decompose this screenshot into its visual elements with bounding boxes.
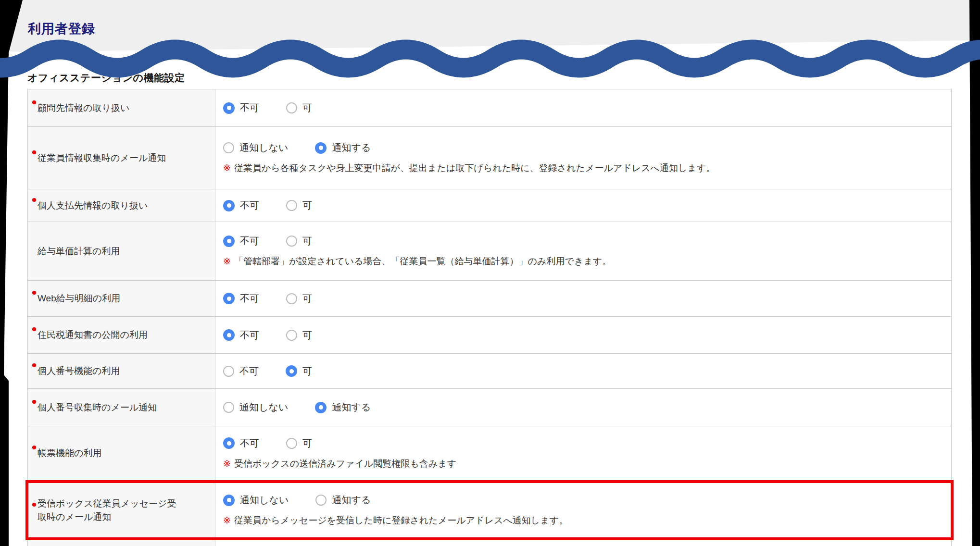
- section-title: オフィスステーションの機能設定: [27, 71, 185, 85]
- radio-option[interactable]: 通知しない: [223, 401, 288, 414]
- table-row: Web給与明細の利用 不可可: [28, 280, 951, 316]
- setting-label: Web給与明細の利用: [38, 292, 120, 305]
- required-dot: [32, 327, 36, 331]
- radio-option[interactable]: 不可: [223, 292, 259, 305]
- radio-group: 不可可: [223, 292, 942, 305]
- radio-unselected-icon[interactable]: [223, 142, 234, 153]
- radio-unselected-icon[interactable]: [286, 438, 297, 449]
- radio-selected-icon[interactable]: [286, 365, 297, 377]
- radio-selected-icon[interactable]: [223, 329, 235, 341]
- setting-label: 個人番号収集時のメール通知: [38, 401, 157, 414]
- required-dot: [32, 100, 36, 104]
- radio-selected-icon[interactable]: [223, 236, 235, 247]
- radio-option[interactable]: 可: [286, 365, 312, 378]
- radio-selected-icon[interactable]: [223, 102, 235, 114]
- note-text: 「管轄部署」が設定されている場合、「従業員一覧（給与単価計算）」のみ利用できます…: [234, 256, 611, 266]
- setting-note: ※「管轄部署」が設定されている場合、「従業員一覧（給与単価計算）」のみ利用できま…: [223, 256, 942, 268]
- radio-option-label[interactable]: 可: [302, 365, 312, 378]
- radio-option-label[interactable]: 可: [302, 235, 312, 248]
- radio-unselected-icon[interactable]: [223, 366, 234, 377]
- setting-value-cell: 不可可 ※受信ボックスの送信済みファイル閲覧権限も含みます: [215, 426, 951, 480]
- radio-option[interactable]: 不可: [223, 199, 259, 212]
- note-asterisk-icon: ※: [223, 256, 231, 266]
- required-dot: [32, 446, 36, 449]
- radio-option-label[interactable]: 通知しない: [239, 401, 288, 414]
- radio-unselected-icon[interactable]: [286, 200, 297, 211]
- setting-label-cell: 給与単価計算の利用: [28, 222, 215, 280]
- setting-note: ※受信ボックスの送信済みファイル閲覧権限も含みます: [223, 458, 942, 470]
- radio-selected-icon[interactable]: [223, 200, 235, 211]
- setting-label-cell: 受信ボックス従業員メッセージ受取時のメール通知: [28, 481, 215, 540]
- radio-unselected-icon[interactable]: [223, 402, 234, 413]
- radio-option[interactable]: 不可: [223, 329, 259, 342]
- radio-option-label[interactable]: 不可: [239, 365, 259, 378]
- radio-option[interactable]: 可: [286, 292, 312, 305]
- radio-option[interactable]: 可: [286, 199, 312, 212]
- radio-option[interactable]: 不可: [223, 235, 259, 248]
- table-row: 個人番号機能の利用 不可可: [28, 353, 951, 388]
- radio-selected-icon[interactable]: [315, 142, 327, 154]
- setting-value-cell: 不可可: [215, 354, 951, 388]
- radio-unselected-icon[interactable]: [286, 293, 297, 304]
- radio-option-label[interactable]: 通知する: [332, 401, 371, 414]
- radio-option-label[interactable]: 不可: [240, 101, 259, 114]
- radio-option[interactable]: 可: [286, 329, 312, 342]
- radio-option-label[interactable]: 不可: [240, 437, 259, 450]
- radio-option-label[interactable]: 可: [302, 437, 312, 450]
- screenshot-canvas: 利用者登録 オフィスステーションの機能設定 顧問先情報の取り扱い 不可可 従業員…: [0, 0, 980, 546]
- radio-option-label[interactable]: 不可: [240, 329, 259, 342]
- radio-option-label[interactable]: 通知しない: [240, 494, 289, 507]
- radio-option-label[interactable]: 可: [302, 292, 312, 305]
- radio-group: 不可可: [223, 199, 942, 212]
- setting-label-cell: 個人番号機能の利用: [28, 354, 215, 388]
- radio-selected-icon[interactable]: [223, 293, 235, 304]
- page-title: 利用者登録: [28, 20, 95, 37]
- radio-option[interactable]: 通知しない: [223, 141, 288, 154]
- radio-selected-icon[interactable]: [223, 495, 235, 506]
- radio-option[interactable]: 通知しない: [223, 494, 289, 507]
- radio-option-label[interactable]: 不可: [240, 292, 259, 305]
- radio-unselected-icon[interactable]: [286, 330, 297, 341]
- radio-option[interactable]: 不可: [223, 101, 259, 114]
- radio-unselected-icon[interactable]: [286, 236, 297, 247]
- radio-selected-icon[interactable]: [223, 437, 235, 449]
- radio-option[interactable]: 通知する: [315, 141, 371, 154]
- setting-label-cell: 住民税通知書の公開の利用: [28, 317, 215, 353]
- setting-value-cell: 不可可: [215, 89, 951, 126]
- radio-group: 通知しない通知する: [223, 494, 942, 507]
- radio-option-label[interactable]: 不可: [240, 235, 259, 248]
- setting-label-cell: 個人支払先情報の取り扱い: [28, 189, 215, 222]
- radio-option[interactable]: 可: [286, 101, 312, 114]
- page-header: [0, 0, 980, 54]
- setting-value-cell: [215, 540, 951, 546]
- radio-option-label[interactable]: 可: [302, 101, 312, 114]
- note-text: 従業員からメッセージを受信した時に登録されたメールアドレスへ通知します。: [234, 515, 568, 525]
- setting-label: 顧問先情報の取り扱い: [38, 101, 129, 115]
- radio-option[interactable]: 不可: [223, 365, 259, 378]
- radio-group: 通知しない通知する: [223, 401, 942, 414]
- radio-option[interactable]: 可: [286, 235, 312, 248]
- radio-selected-icon[interactable]: [315, 402, 327, 413]
- radio-option-label[interactable]: 可: [302, 329, 312, 342]
- radio-option[interactable]: 通知する: [315, 494, 371, 507]
- required-dot: [32, 363, 36, 367]
- radio-group: 通知しない通知する: [223, 141, 942, 154]
- radio-option-label[interactable]: 通知する: [332, 494, 371, 507]
- radio-unselected-icon[interactable]: [315, 495, 327, 506]
- table-row-partial: [28, 540, 951, 546]
- table-row: 帳票機能の利用 不可可 ※受信ボックスの送信済みファイル閲覧権限も含みます: [28, 426, 951, 480]
- note-asterisk-icon: ※: [223, 163, 231, 173]
- radio-option-label[interactable]: 不可: [240, 199, 259, 212]
- note-asterisk-icon: ※: [223, 459, 231, 469]
- radio-option[interactable]: 不可: [223, 437, 259, 450]
- radio-option-label[interactable]: 可: [302, 199, 312, 212]
- table-row: 従業員情報収集時のメール通知 通知しない通知する ※従業員から各種タスクや身上変…: [28, 126, 951, 189]
- table-row: 住民税通知書の公開の利用 不可可: [28, 316, 951, 353]
- radio-option-label[interactable]: 通知しない: [239, 141, 288, 154]
- radio-option[interactable]: 通知する: [315, 401, 371, 414]
- radio-option[interactable]: 可: [286, 437, 312, 450]
- setting-label-cell: Web給与明細の利用: [28, 281, 215, 316]
- setting-value-cell: 不可可: [215, 317, 951, 353]
- radio-option-label[interactable]: 通知する: [332, 141, 371, 154]
- radio-unselected-icon[interactable]: [286, 102, 297, 113]
